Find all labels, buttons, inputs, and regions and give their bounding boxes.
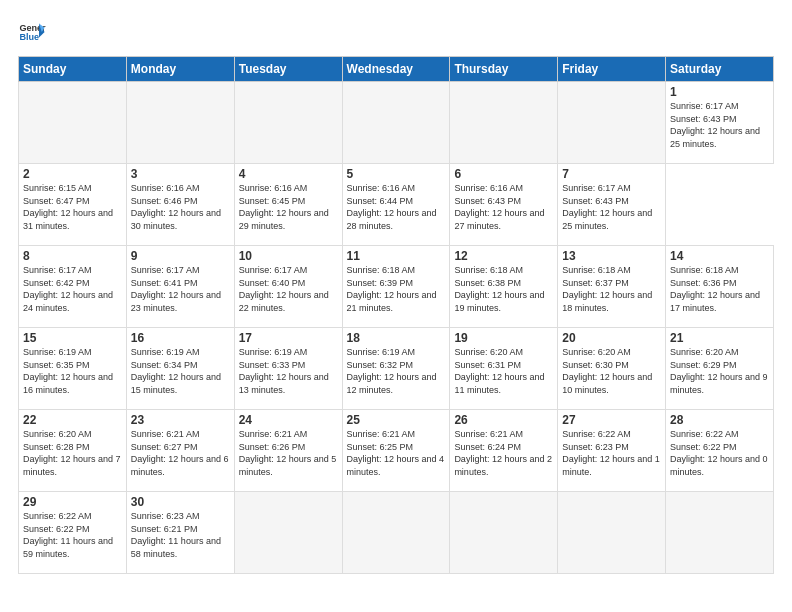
- day-info: Sunrise: 6:19 AMSunset: 6:35 PMDaylight:…: [23, 346, 122, 396]
- day-number: 5: [347, 167, 446, 181]
- day-header-tuesday: Tuesday: [234, 57, 342, 82]
- day-number: 18: [347, 331, 446, 345]
- day-info: Sunrise: 6:19 AMSunset: 6:32 PMDaylight:…: [347, 346, 446, 396]
- day-number: 21: [670, 331, 769, 345]
- day-cell-20: 20Sunrise: 6:20 AMSunset: 6:30 PMDayligh…: [558, 328, 666, 410]
- day-cell-6: 6Sunrise: 6:16 AMSunset: 6:43 PMDaylight…: [450, 164, 558, 246]
- day-number: 1: [670, 85, 769, 99]
- empty-cell: [19, 82, 127, 164]
- day-info: Sunrise: 6:18 AMSunset: 6:37 PMDaylight:…: [562, 264, 661, 314]
- day-number: 17: [239, 331, 338, 345]
- day-info: Sunrise: 6:17 AMSunset: 6:41 PMDaylight:…: [131, 264, 230, 314]
- day-cell-21: 21Sunrise: 6:20 AMSunset: 6:29 PMDayligh…: [666, 328, 774, 410]
- calendar-body: 1Sunrise: 6:17 AMSunset: 6:43 PMDaylight…: [19, 82, 774, 574]
- day-number: 4: [239, 167, 338, 181]
- calendar-week-4: 15Sunrise: 6:19 AMSunset: 6:35 PMDayligh…: [19, 328, 774, 410]
- empty-cell: [342, 492, 450, 574]
- day-cell-1: 1Sunrise: 6:17 AMSunset: 6:43 PMDaylight…: [666, 82, 774, 164]
- day-cell-15: 15Sunrise: 6:19 AMSunset: 6:35 PMDayligh…: [19, 328, 127, 410]
- day-cell-26: 26Sunrise: 6:21 AMSunset: 6:24 PMDayligh…: [450, 410, 558, 492]
- day-cell-14: 14Sunrise: 6:18 AMSunset: 6:36 PMDayligh…: [666, 246, 774, 328]
- day-number: 3: [131, 167, 230, 181]
- day-cell-18: 18Sunrise: 6:19 AMSunset: 6:32 PMDayligh…: [342, 328, 450, 410]
- day-info: Sunrise: 6:22 AMSunset: 6:22 PMDaylight:…: [670, 428, 769, 478]
- day-cell-4: 4Sunrise: 6:16 AMSunset: 6:45 PMDaylight…: [234, 164, 342, 246]
- svg-text:Blue: Blue: [19, 32, 39, 42]
- day-number: 19: [454, 331, 553, 345]
- day-info: Sunrise: 6:20 AMSunset: 6:28 PMDaylight:…: [23, 428, 122, 478]
- day-number: 14: [670, 249, 769, 263]
- logo: General Blue: [18, 18, 46, 46]
- day-cell-19: 19Sunrise: 6:20 AMSunset: 6:31 PMDayligh…: [450, 328, 558, 410]
- day-cell-7: 7Sunrise: 6:17 AMSunset: 6:43 PMDaylight…: [558, 164, 666, 246]
- day-number: 15: [23, 331, 122, 345]
- day-cell-5: 5Sunrise: 6:16 AMSunset: 6:44 PMDaylight…: [342, 164, 450, 246]
- day-info: Sunrise: 6:19 AMSunset: 6:33 PMDaylight:…: [239, 346, 338, 396]
- day-number: 10: [239, 249, 338, 263]
- day-number: 22: [23, 413, 122, 427]
- day-cell-23: 23Sunrise: 6:21 AMSunset: 6:27 PMDayligh…: [126, 410, 234, 492]
- day-number: 2: [23, 167, 122, 181]
- day-info: Sunrise: 6:17 AMSunset: 6:43 PMDaylight:…: [670, 100, 769, 150]
- logo-icon: General Blue: [18, 18, 46, 46]
- day-cell-10: 10Sunrise: 6:17 AMSunset: 6:40 PMDayligh…: [234, 246, 342, 328]
- day-cell-28: 28Sunrise: 6:22 AMSunset: 6:22 PMDayligh…: [666, 410, 774, 492]
- calendar-week-6: 29Sunrise: 6:22 AMSunset: 6:22 PMDayligh…: [19, 492, 774, 574]
- empty-cell: [450, 82, 558, 164]
- day-cell-29: 29Sunrise: 6:22 AMSunset: 6:22 PMDayligh…: [19, 492, 127, 574]
- day-info: Sunrise: 6:16 AMSunset: 6:46 PMDaylight:…: [131, 182, 230, 232]
- day-cell-27: 27Sunrise: 6:22 AMSunset: 6:23 PMDayligh…: [558, 410, 666, 492]
- empty-cell: [126, 82, 234, 164]
- day-info: Sunrise: 6:19 AMSunset: 6:34 PMDaylight:…: [131, 346, 230, 396]
- day-header-monday: Monday: [126, 57, 234, 82]
- day-number: 7: [562, 167, 661, 181]
- day-header-friday: Friday: [558, 57, 666, 82]
- day-cell-24: 24Sunrise: 6:21 AMSunset: 6:26 PMDayligh…: [234, 410, 342, 492]
- day-info: Sunrise: 6:16 AMSunset: 6:43 PMDaylight:…: [454, 182, 553, 232]
- empty-cell: [558, 82, 666, 164]
- day-cell-2: 2Sunrise: 6:15 AMSunset: 6:47 PMDaylight…: [19, 164, 127, 246]
- day-header-wednesday: Wednesday: [342, 57, 450, 82]
- day-info: Sunrise: 6:16 AMSunset: 6:45 PMDaylight:…: [239, 182, 338, 232]
- empty-cell: [342, 82, 450, 164]
- empty-cell: [666, 492, 774, 574]
- day-header-thursday: Thursday: [450, 57, 558, 82]
- day-number: 9: [131, 249, 230, 263]
- day-info: Sunrise: 6:21 AMSunset: 6:26 PMDaylight:…: [239, 428, 338, 478]
- day-info: Sunrise: 6:20 AMSunset: 6:29 PMDaylight:…: [670, 346, 769, 396]
- day-number: 11: [347, 249, 446, 263]
- day-info: Sunrise: 6:17 AMSunset: 6:42 PMDaylight:…: [23, 264, 122, 314]
- day-number: 8: [23, 249, 122, 263]
- day-cell-8: 8Sunrise: 6:17 AMSunset: 6:42 PMDaylight…: [19, 246, 127, 328]
- day-info: Sunrise: 6:17 AMSunset: 6:43 PMDaylight:…: [562, 182, 661, 232]
- day-info: Sunrise: 6:16 AMSunset: 6:44 PMDaylight:…: [347, 182, 446, 232]
- calendar-week-1: 1Sunrise: 6:17 AMSunset: 6:43 PMDaylight…: [19, 82, 774, 164]
- day-info: Sunrise: 6:21 AMSunset: 6:24 PMDaylight:…: [454, 428, 553, 478]
- day-number: 24: [239, 413, 338, 427]
- day-cell-17: 17Sunrise: 6:19 AMSunset: 6:33 PMDayligh…: [234, 328, 342, 410]
- day-number: 13: [562, 249, 661, 263]
- day-number: 30: [131, 495, 230, 509]
- calendar-header-row: SundayMondayTuesdayWednesdayThursdayFrid…: [19, 57, 774, 82]
- day-info: Sunrise: 6:17 AMSunset: 6:40 PMDaylight:…: [239, 264, 338, 314]
- day-info: Sunrise: 6:18 AMSunset: 6:39 PMDaylight:…: [347, 264, 446, 314]
- day-number: 29: [23, 495, 122, 509]
- day-number: 20: [562, 331, 661, 345]
- day-number: 6: [454, 167, 553, 181]
- calendar-week-2: 2Sunrise: 6:15 AMSunset: 6:47 PMDaylight…: [19, 164, 774, 246]
- day-info: Sunrise: 6:18 AMSunset: 6:36 PMDaylight:…: [670, 264, 769, 314]
- day-number: 27: [562, 413, 661, 427]
- day-cell-11: 11Sunrise: 6:18 AMSunset: 6:39 PMDayligh…: [342, 246, 450, 328]
- day-info: Sunrise: 6:20 AMSunset: 6:31 PMDaylight:…: [454, 346, 553, 396]
- day-info: Sunrise: 6:18 AMSunset: 6:38 PMDaylight:…: [454, 264, 553, 314]
- day-info: Sunrise: 6:21 AMSunset: 6:25 PMDaylight:…: [347, 428, 446, 478]
- day-number: 28: [670, 413, 769, 427]
- day-cell-30: 30Sunrise: 6:23 AMSunset: 6:21 PMDayligh…: [126, 492, 234, 574]
- day-cell-13: 13Sunrise: 6:18 AMSunset: 6:37 PMDayligh…: [558, 246, 666, 328]
- day-number: 26: [454, 413, 553, 427]
- page-container: General Blue SundayMondayTuesdayWednesda…: [0, 0, 792, 584]
- day-number: 25: [347, 413, 446, 427]
- day-info: Sunrise: 6:22 AMSunset: 6:22 PMDaylight:…: [23, 510, 122, 560]
- day-cell-12: 12Sunrise: 6:18 AMSunset: 6:38 PMDayligh…: [450, 246, 558, 328]
- empty-cell: [450, 492, 558, 574]
